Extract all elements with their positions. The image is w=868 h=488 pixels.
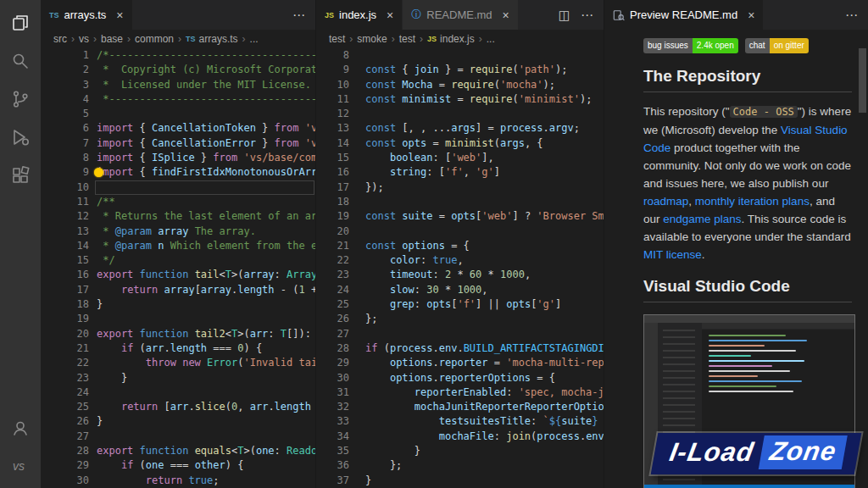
code-line[interactable]: 26}; [316, 312, 604, 326]
code-line[interactable]: 26} [41, 414, 315, 429]
code-line[interactable]: 30 options.reporterOptions = { [316, 371, 604, 385]
explorer-icon[interactable] [0, 3, 41, 42]
breadcrumb-item[interactable]: test [399, 33, 415, 45]
readme-link[interactable]: roadmap [643, 195, 688, 208]
code-line[interactable]: 11/** [41, 195, 315, 209]
code-line[interactable]: 22 color: true, [316, 253, 604, 268]
tab-arrays-ts[interactable]: TS arrays.ts × [41, 0, 133, 30]
code-line[interactable]: 36 }; [316, 458, 604, 473]
code-line[interactable]: 29 options.reporter = 'mocha-multi-repor… [316, 356, 604, 370]
code-line[interactable]: 12 [316, 107, 604, 121]
readme-link[interactable]: MIT license [643, 248, 702, 261]
more-actions-icon[interactable]: ⋯ [845, 8, 858, 23]
code-line[interactable]: 14 * @param n Which element from the end… [41, 239, 315, 253]
code-line[interactable]: 34 mochaFile: join(process.env.BUILD_ART… [316, 430, 604, 444]
extensions-icon[interactable] [0, 156, 41, 194]
code-line[interactable]: 9import { findFirstIdxMonotonousOrArrLen… [41, 165, 315, 180]
readme-link[interactable]: endgame plans [663, 213, 741, 225]
breadcrumb-item[interactable]: common [135, 33, 174, 45]
breadcrumb-item[interactable]: JSindex.js [427, 33, 475, 45]
code-line[interactable]: 10 [41, 180, 315, 195]
code-line[interactable]: 30 return true; [41, 474, 315, 488]
tab-preview-readme[interactable]: Preview README.md × [604, 0, 764, 30]
code-line[interactable]: 2 * Copyright (c) Microsoft Corporation.… [41, 63, 315, 77]
code-line[interactable]: 13const [, , ...args] = process.argv; [316, 121, 604, 136]
code-line[interactable]: 37} [316, 474, 604, 488]
code-line[interactable]: 9const { join } = require('path'); [316, 63, 604, 77]
code-line[interactable]: 1/*-------------------------------------… [41, 48, 315, 63]
readme-link[interactable]: monthly iteration plans [695, 195, 810, 208]
breadcrumb-item[interactable]: ... [250, 33, 259, 45]
code-line[interactable]: 16export function tail<T>(array: ArrayLi… [41, 268, 315, 282]
source-control-icon[interactable] [0, 80, 41, 118]
code-line[interactable]: 3 * Licensed under the MIT License. See … [41, 78, 315, 92]
more-actions-icon[interactable]: ⋯ [292, 8, 305, 23]
code-line[interactable]: 17 return array[array.length - (1 + n)]; [41, 283, 315, 297]
code-line[interactable]: 19const suite = opts['web'] ? 'Browser S… [316, 209, 604, 224]
code-line[interactable]: 20 [316, 225, 604, 239]
code-line[interactable]: 13 * @param array The array. [41, 225, 315, 239]
code-line[interactable]: 31 reporterEnabled: 'spec, mocha-junit-r… [316, 385, 604, 400]
more-actions-icon[interactable]: ⋯ [581, 8, 593, 23]
breadcrumb-item[interactable]: TSarrays.ts [186, 33, 238, 45]
readme-badge[interactable]: bug issues2.4k open [643, 38, 738, 53]
breadcrumb-item[interactable]: base [101, 33, 123, 45]
code-line[interactable]: 15 */ [41, 253, 315, 268]
code-line[interactable]: 27 [41, 430, 315, 444]
line-number: 20 [316, 225, 365, 239]
code-line[interactable]: 10const Mocha = require('mocha'); [316, 78, 604, 92]
code-line[interactable]: 23 } [41, 371, 315, 385]
code-line[interactable]: 24 [41, 385, 315, 400]
code-line[interactable]: 23 timeout: 2 * 60 * 1000, [316, 268, 604, 282]
code-line[interactable]: 27 [316, 327, 604, 341]
code-line[interactable]: 17}); [316, 180, 604, 195]
code-line[interactable]: 20export function tail2<T>(arr: T[]): [T… [41, 327, 315, 341]
code-line[interactable]: 11const minimist = require('minimist'); [316, 92, 604, 107]
breadcrumb-item[interactable]: test [329, 33, 345, 45]
code-editor-arrays-ts[interactable]: 1/*-------------------------------------… [41, 48, 315, 488]
preview-scrollbar[interactable] [859, 48, 866, 113]
breadcrumb-item[interactable]: ... [487, 33, 495, 45]
breadcrumb-item[interactable]: src [53, 33, 67, 45]
code-line[interactable]: 15 boolean: ['web'], [316, 151, 604, 165]
code-line[interactable]: 35 } [316, 444, 604, 458]
code-line[interactable]: 18} [41, 297, 315, 312]
code-line[interactable]: 19 [41, 312, 315, 326]
code-line[interactable]: 7import { CancellationError } from 'vs/b… [41, 136, 315, 151]
code-line[interactable]: 28export function equals<T>(one: Readonl… [41, 444, 315, 458]
code-line[interactable]: 4 *-------------------------------------… [41, 92, 315, 107]
code-line[interactable]: 29 if (one === other) { [41, 458, 315, 473]
readme-badge[interactable]: chaton gitter [745, 38, 809, 53]
close-icon[interactable]: × [387, 9, 393, 21]
code-line[interactable]: 28if (process.env.BUILD_ARTIFACTSTAGINGD… [316, 341, 604, 356]
close-icon[interactable]: × [116, 9, 123, 21]
search-icon[interactable] [0, 42, 41, 80]
run-and-debug-icon[interactable] [0, 118, 41, 156]
code-line[interactable]: 8import { ISplice } from 'vs/base/common… [41, 151, 315, 165]
vs-logo-icon[interactable]: vs [0, 446, 41, 485]
code-line[interactable]: 24 slow: 30 * 1000, [316, 283, 604, 297]
code-line[interactable]: 12 * Returns the last element of an arra… [41, 209, 315, 224]
breadcrumb-item[interactable]: vs [79, 33, 89, 45]
code-line[interactable]: 14const opts = minimist(args, { [316, 136, 604, 151]
code-line[interactable]: 22 throw new Error('Invalid tail call'); [41, 356, 315, 370]
code-line[interactable]: 25 grep: opts['f'] || opts['g'] [316, 297, 604, 312]
account-icon[interactable] [0, 408, 41, 446]
code-line[interactable]: 21 if (arr.length === 0) { [41, 341, 315, 356]
code-line[interactable]: 16 string: ['f', 'g'] [316, 165, 604, 180]
split-editor-icon[interactable]: ◫ [559, 8, 570, 23]
breadcrumb-item[interactable]: smoke [357, 33, 387, 45]
tab-index-js[interactable]: JS index.js × [316, 0, 403, 30]
code-line[interactable]: 8 [316, 48, 604, 63]
code-line[interactable]: 32 mochaJunitReporterReporterOptions: { [316, 400, 604, 414]
code-line[interactable]: 25 return [arr.slice(0, arr.length - 1),… [41, 400, 315, 414]
tab-readme-md[interactable]: ⓘ README.md × [403, 0, 518, 30]
code-line[interactable]: 5 [41, 107, 315, 121]
code-line[interactable]: 6import { CancellationToken } from 'vs/b… [41, 121, 315, 136]
code-line[interactable]: 18 [316, 195, 604, 209]
code-line[interactable]: 33 testsuitesTitle: `${suite} ${process.… [316, 414, 604, 429]
code-editor-index-js[interactable]: 89const { join } = require('path');10con… [316, 48, 604, 488]
close-icon[interactable]: × [503, 9, 509, 21]
code-line[interactable]: 21const options = { [316, 239, 604, 253]
close-icon[interactable]: × [748, 9, 754, 21]
